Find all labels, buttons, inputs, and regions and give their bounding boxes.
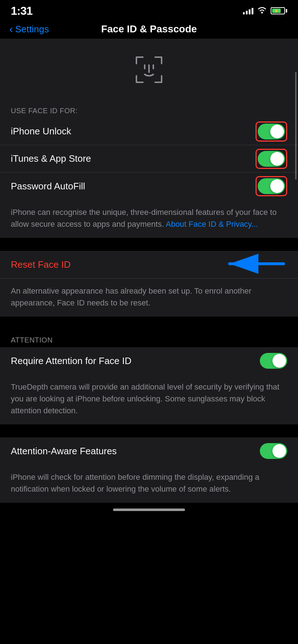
attention-description: TrueDepth camera will provide an additio… bbox=[11, 382, 279, 415]
attention-aware-settings-group: Attention-Aware Features bbox=[0, 437, 298, 465]
toggle-knob bbox=[270, 179, 284, 193]
itunes-app-store-toggle[interactable] bbox=[258, 151, 285, 167]
face-id-description-section: iPhone can recognise the unique, three-d… bbox=[0, 200, 298, 238]
attention-aware-toggle[interactable] bbox=[260, 443, 287, 459]
home-indicator bbox=[0, 503, 298, 515]
reset-face-id-label[interactable]: Reset Face ID bbox=[11, 259, 71, 270]
face-id-icon-section bbox=[0, 39, 298, 100]
group-separator-1 bbox=[0, 238, 298, 251]
group-separator-2 bbox=[0, 317, 298, 330]
require-attention-label: Require Attention for Face ID bbox=[11, 355, 131, 367]
toggle-knob bbox=[270, 152, 284, 166]
attention-settings-group: Require Attention for Face ID bbox=[0, 347, 298, 374]
iphone-unlock-toggle-highlight bbox=[256, 121, 287, 142]
attention-aware-row: Attention-Aware Features bbox=[0, 437, 298, 465]
attention-aware-description: iPhone will check for attention before d… bbox=[11, 473, 259, 493]
blue-arrow-annotation bbox=[222, 253, 287, 276]
face-id-description: iPhone can recognise the unique, three-d… bbox=[11, 208, 277, 229]
password-autofill-row: Password AutoFill bbox=[0, 172, 298, 200]
privacy-link[interactable]: About Face ID & Privacy... bbox=[166, 220, 258, 229]
password-autofill-label: Password AutoFill bbox=[11, 181, 85, 192]
alt-appearance-section: An alternative appearance has already be… bbox=[0, 278, 298, 317]
group-separator-3 bbox=[0, 424, 298, 437]
reset-face-id-wrapper: Reset Face ID bbox=[0, 251, 298, 278]
itunes-app-store-row: iTunes & App Store bbox=[0, 145, 298, 172]
require-attention-toggle[interactable] bbox=[260, 353, 287, 369]
alt-appearance-text: An alternative appearance has already be… bbox=[11, 286, 252, 307]
attention-header: ATTENTION bbox=[0, 330, 298, 347]
iphone-unlock-label: iPhone Unlock bbox=[11, 126, 71, 137]
nav-bar: ‹ Settings Face ID & Passcode bbox=[0, 19, 298, 39]
scrollbar[interactable] bbox=[295, 72, 297, 180]
status-icons: ⚡ bbox=[243, 6, 287, 15]
password-autofill-toggle[interactable] bbox=[258, 178, 285, 194]
toggle-knob bbox=[270, 125, 284, 138]
status-time: 1:31 bbox=[11, 4, 32, 18]
iphone-unlock-toggle[interactable] bbox=[258, 124, 285, 139]
iphone-unlock-row: iPhone Unlock bbox=[0, 118, 298, 145]
back-label[interactable]: Settings bbox=[15, 24, 49, 35]
wifi-icon bbox=[257, 6, 267, 15]
svg-point-0 bbox=[261, 12, 263, 14]
home-bar bbox=[113, 509, 185, 511]
status-bar: 1:31 ⚡ bbox=[0, 0, 298, 19]
battery-icon: ⚡ bbox=[271, 7, 287, 14]
attention-aware-label: Attention-Aware Features bbox=[11, 446, 117, 457]
signal-icon bbox=[243, 7, 253, 14]
toggle-knob bbox=[272, 354, 286, 368]
page-title: Face ID & Passcode bbox=[101, 23, 197, 35]
face-id-settings-group: iPhone Unlock iTunes & App Store P bbox=[0, 118, 298, 200]
chevron-left-icon: ‹ bbox=[9, 23, 13, 35]
use-face-id-header: USE FACE ID FOR: bbox=[0, 100, 298, 118]
toggle-knob bbox=[272, 444, 286, 458]
face-id-toggles-group: iPhone Unlock iTunes & App Store P bbox=[0, 118, 298, 200]
autofill-toggle-highlight bbox=[256, 176, 287, 196]
itunes-app-store-label: iTunes & App Store bbox=[11, 153, 91, 164]
attention-aware-description-section: iPhone will check for attention before d… bbox=[0, 465, 298, 503]
scroll-area: USE FACE ID FOR: iPhone Unlock iTunes & … bbox=[0, 39, 298, 503]
require-attention-row: Require Attention for Face ID bbox=[0, 347, 298, 374]
face-id-icon bbox=[133, 54, 165, 86]
back-button[interactable]: ‹ Settings bbox=[9, 23, 49, 35]
attention-description-section: TrueDepth camera will provide an additio… bbox=[0, 374, 298, 424]
itunes-toggle-highlight bbox=[256, 149, 287, 169]
